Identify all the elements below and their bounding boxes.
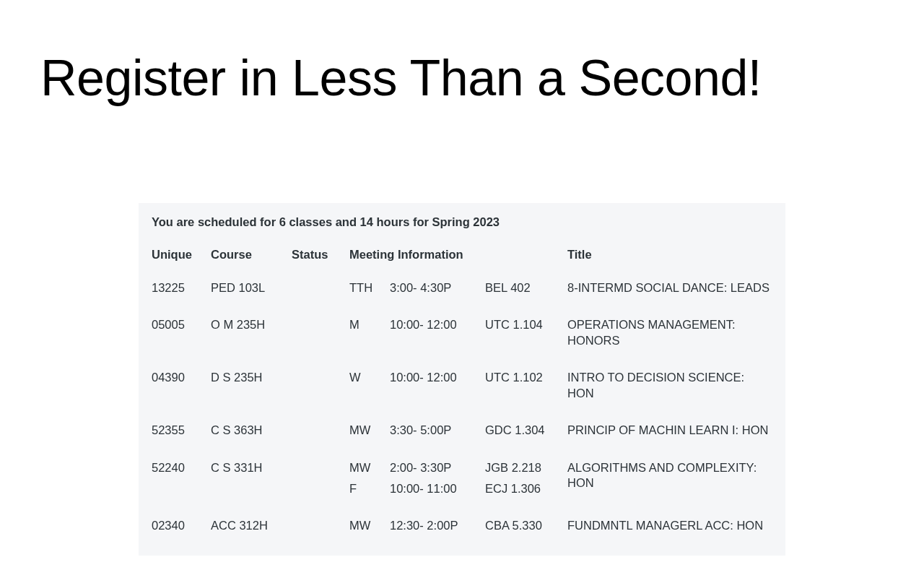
cell-meeting-room: GDC 1.304 bbox=[485, 423, 567, 460]
table-row: 04390D S 235HW10:00- 12:00UTC 1.102INTRO… bbox=[152, 370, 772, 423]
meeting-room: UTC 1.104 bbox=[485, 317, 567, 332]
cell-meeting-time: 3:30- 5:00P bbox=[390, 423, 485, 460]
meeting-days: W bbox=[349, 370, 390, 385]
meeting-time: 2:00- 3:30P bbox=[390, 460, 485, 481]
cell-course: C S 331H bbox=[211, 460, 292, 519]
col-header-title: Title bbox=[567, 247, 772, 280]
page-title: Register in Less Than a Second! bbox=[40, 51, 924, 106]
table-row: 52240C S 331HMWF2:00- 3:30P10:00- 11:00J… bbox=[152, 460, 772, 519]
cell-status bbox=[292, 423, 349, 460]
cell-title: 8-INTERMD SOCIAL DANCE: LEADS bbox=[567, 280, 772, 317]
cell-title: INTRO TO DECISION SCIENCE: HON bbox=[567, 370, 772, 423]
cell-meeting-days: TTH bbox=[349, 280, 390, 317]
cell-meeting-room: UTC 1.104 bbox=[485, 317, 567, 370]
cell-unique: 04390 bbox=[152, 370, 211, 423]
cell-meeting-days: MW bbox=[349, 518, 390, 539]
meeting-days: F bbox=[349, 481, 390, 496]
meeting-room: BEL 402 bbox=[485, 280, 567, 296]
col-header-course: Course bbox=[211, 247, 292, 280]
cell-course: O M 235H bbox=[211, 317, 292, 370]
cell-meeting-room: JGB 2.218ECJ 1.306 bbox=[485, 460, 567, 519]
cell-course: PED 103L bbox=[211, 280, 292, 317]
table-row: 52355C S 363HMW3:30- 5:00PGDC 1.304PRINC… bbox=[152, 423, 772, 460]
cell-course: ACC 312H bbox=[211, 518, 292, 539]
cell-title: OPERATIONS MANAGEMENT: HONORS bbox=[567, 317, 772, 370]
cell-unique: 52240 bbox=[152, 460, 211, 519]
cell-meeting-time: 10:00- 12:00 bbox=[390, 370, 485, 423]
meeting-time: 3:00- 4:30P bbox=[390, 280, 485, 296]
schedule-table: Unique Course Status Meeting Information… bbox=[152, 247, 772, 539]
cell-unique: 52355 bbox=[152, 423, 211, 460]
cell-meeting-days: MW bbox=[349, 423, 390, 460]
schedule-panel: You are scheduled for 6 classes and 14 h… bbox=[139, 203, 785, 556]
cell-meeting-days: W bbox=[349, 370, 390, 423]
meeting-time: 10:00- 12:00 bbox=[390, 370, 485, 385]
cell-meeting-room: UTC 1.102 bbox=[485, 370, 567, 423]
meeting-days: M bbox=[349, 317, 390, 332]
table-row: 05005O M 235HM10:00- 12:00UTC 1.104OPERA… bbox=[152, 317, 772, 370]
meeting-time: 10:00- 11:00 bbox=[390, 481, 485, 496]
meeting-time: 3:30- 5:00P bbox=[390, 423, 485, 438]
cell-meeting-days: M bbox=[349, 317, 390, 370]
table-header-row: Unique Course Status Meeting Information… bbox=[152, 247, 772, 280]
table-row: 13225PED 103LTTH3:00- 4:30PBEL 4028-INTE… bbox=[152, 280, 772, 317]
meeting-room: UTC 1.102 bbox=[485, 370, 567, 385]
table-row: 02340ACC 312HMW12:30- 2:00PCBA 5.330FUND… bbox=[152, 518, 772, 539]
cell-meeting-days: MWF bbox=[349, 460, 390, 519]
cell-unique: 13225 bbox=[152, 280, 211, 317]
cell-title: PRINCIP OF MACHIN LEARN I: HON bbox=[567, 423, 772, 460]
col-header-unique: Unique bbox=[152, 247, 211, 280]
meeting-days: TTH bbox=[349, 280, 390, 296]
cell-course: C S 363H bbox=[211, 423, 292, 460]
cell-status bbox=[292, 280, 349, 317]
col-header-status: Status bbox=[292, 247, 349, 280]
meeting-time: 12:30- 2:00P bbox=[390, 518, 485, 533]
cell-meeting-room: CBA 5.330 bbox=[485, 518, 567, 539]
meeting-days: MW bbox=[349, 423, 390, 438]
cell-status bbox=[292, 317, 349, 370]
cell-meeting-time: 3:00- 4:30P bbox=[390, 280, 485, 317]
meeting-time: 10:00- 12:00 bbox=[390, 317, 485, 332]
cell-unique: 02340 bbox=[152, 518, 211, 539]
meeting-days: MW bbox=[349, 518, 390, 533]
cell-title: ALGORITHMS AND COMPLEXITY: HON bbox=[567, 460, 772, 519]
meeting-days: MW bbox=[349, 460, 390, 481]
cell-status bbox=[292, 518, 349, 539]
meeting-room: JGB 2.218 bbox=[485, 460, 567, 481]
col-header-meeting: Meeting Information bbox=[349, 247, 567, 280]
meeting-room: ECJ 1.306 bbox=[485, 481, 567, 496]
schedule-summary: You are scheduled for 6 classes and 14 h… bbox=[152, 215, 772, 230]
cell-meeting-time: 12:30- 2:00P bbox=[390, 518, 485, 539]
cell-meeting-room: BEL 402 bbox=[485, 280, 567, 317]
cell-course: D S 235H bbox=[211, 370, 292, 423]
meeting-room: GDC 1.304 bbox=[485, 423, 567, 438]
cell-status bbox=[292, 370, 349, 423]
meeting-room: CBA 5.330 bbox=[485, 518, 567, 533]
cell-meeting-time: 2:00- 3:30P10:00- 11:00 bbox=[390, 460, 485, 519]
cell-unique: 05005 bbox=[152, 317, 211, 370]
cell-title: FUNDMNTL MANAGERL ACC: HON bbox=[567, 518, 772, 539]
cell-status bbox=[292, 460, 349, 519]
cell-meeting-time: 10:00- 12:00 bbox=[390, 317, 485, 370]
